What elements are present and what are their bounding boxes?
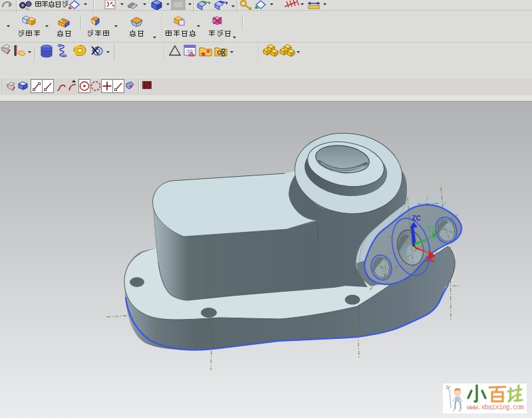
- svg-text:www.xbaixing.com: www.xbaixing.com: [467, 403, 524, 411]
- svg-text:YC: YC: [427, 225, 436, 233]
- svg-text:ZC: ZC: [412, 215, 420, 222]
- svg-text:XC: XC: [426, 256, 435, 263]
